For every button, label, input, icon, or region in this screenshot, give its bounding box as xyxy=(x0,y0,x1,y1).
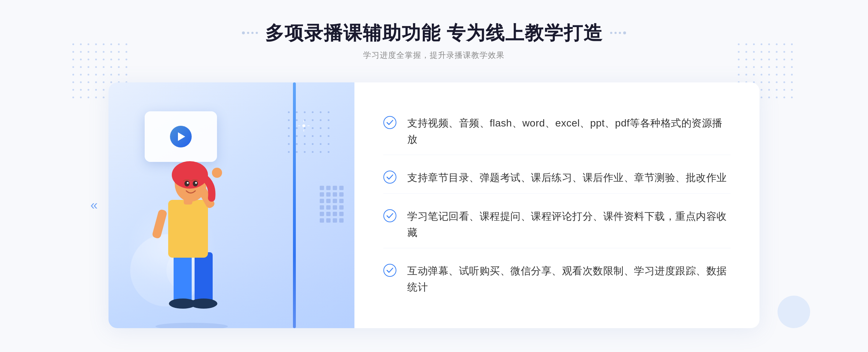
page-container: 多项录播课辅助功能 专为线上教学打造 学习进度全掌握，提升录播课教学效果 « xyxy=(0,0,868,352)
illus-dot-cell xyxy=(296,135,298,137)
dot-cell xyxy=(791,89,793,91)
dot-cell xyxy=(80,51,82,53)
dot-cell xyxy=(118,51,120,53)
blue-circle-decoration xyxy=(778,296,810,328)
feature-text-4: 互动弹幕、试听购买、微信分享、观看次数限制、学习进度跟踪、数据统计 xyxy=(407,263,731,296)
dot-cell xyxy=(95,66,97,68)
svg-point-0 xyxy=(156,323,228,328)
dot-cell xyxy=(768,74,770,76)
dot-cell xyxy=(80,43,82,45)
check-icon-4 xyxy=(383,264,396,277)
check-icon-1 xyxy=(383,116,396,129)
dot-cell xyxy=(791,51,793,53)
dot-cell xyxy=(776,43,778,45)
feature-item-3: 学习笔记回看、课程提问、课程评论打分、课件资料下载，重点内容收藏 xyxy=(383,201,731,249)
dot-cell xyxy=(103,89,105,91)
illus-dot-cell xyxy=(320,151,322,153)
dot-cell xyxy=(776,81,778,83)
dot-cell xyxy=(783,81,785,83)
dot-cell xyxy=(110,59,112,60)
illus-dot-cell xyxy=(328,119,329,121)
dot-cell xyxy=(125,43,127,45)
dot-cell xyxy=(776,59,778,60)
main-title: 多项录播课辅助功能 专为线上教学打造 xyxy=(265,22,603,44)
stripe-row-2 xyxy=(320,192,344,197)
header-decoration: 多项录播课辅助功能 专为线上教学打造 xyxy=(242,22,626,44)
illus-dot-cell xyxy=(312,119,314,121)
illus-dot-cell xyxy=(328,143,329,145)
dot-cell xyxy=(768,59,770,60)
svg-point-4 xyxy=(190,299,217,309)
dot-cell xyxy=(95,81,97,83)
header-dots-left xyxy=(242,31,258,34)
dot-cell xyxy=(80,59,82,60)
illus-dot-cell xyxy=(312,135,314,137)
svg-point-23 xyxy=(384,116,396,129)
illus-dot-cell xyxy=(312,143,314,145)
illus-dot-cell xyxy=(288,111,290,113)
content-card: « xyxy=(109,82,760,328)
header-dot-2 xyxy=(247,32,249,34)
svg-point-25 xyxy=(384,210,396,222)
header-dot-7 xyxy=(619,32,621,34)
illus-dot-cell xyxy=(288,127,290,129)
header-dot-1 xyxy=(242,31,245,34)
dot-cell xyxy=(72,66,74,68)
illus-dot-cell xyxy=(328,127,329,129)
illus-dot-cell xyxy=(320,143,322,145)
illus-dot-cell xyxy=(304,111,306,113)
dot-cell xyxy=(761,43,762,45)
dot-cell xyxy=(72,74,74,76)
person-illustration xyxy=(130,140,275,328)
svg-point-24 xyxy=(384,171,396,183)
dot-cell xyxy=(783,96,785,98)
illus-dot-cell xyxy=(320,135,322,137)
illus-dot-cell xyxy=(312,151,314,153)
stripe-row-4 xyxy=(320,205,344,210)
dot-cell xyxy=(110,43,112,45)
dot-cell xyxy=(72,89,74,91)
check-icon-3 xyxy=(383,209,396,222)
dot-cell xyxy=(738,43,740,45)
dot-cell xyxy=(72,81,74,83)
illus-dot-cell xyxy=(312,111,314,113)
dot-cell xyxy=(103,51,105,53)
dot-cell xyxy=(125,74,127,76)
dot-cell xyxy=(783,59,785,60)
dot-cell xyxy=(776,51,778,53)
dot-cell xyxy=(118,66,120,68)
feature-item-2: 支持章节目录、弹题考试、课后练习、课后作业、章节测验、批改作业 xyxy=(383,163,731,194)
subtitle: 学习进度全掌握，提升录播课教学效果 xyxy=(242,50,626,61)
illustration-area xyxy=(109,82,354,328)
svg-point-16 xyxy=(187,182,189,184)
spark-decoration xyxy=(297,119,311,134)
stripe-row-1 xyxy=(320,186,344,190)
dot-cell xyxy=(88,43,89,45)
dot-cell xyxy=(745,43,747,45)
illus-dot-cell xyxy=(296,111,298,113)
header-dots-right xyxy=(610,31,626,34)
dot-cell xyxy=(761,96,762,98)
dot-cell xyxy=(783,74,785,76)
dot-cell xyxy=(753,66,755,68)
header-dot-8 xyxy=(623,31,626,34)
dot-cell xyxy=(753,43,755,45)
dot-cell xyxy=(125,51,127,53)
dot-cell xyxy=(88,81,89,83)
dot-cell xyxy=(768,96,770,98)
dot-cell xyxy=(776,96,778,98)
dot-cell xyxy=(88,96,89,98)
dot-cell xyxy=(103,66,105,68)
dot-cell xyxy=(95,43,97,45)
dot-cell xyxy=(738,59,740,60)
feature-text-1: 支持视频、音频、flash、word、excel、ppt、pdf等各种格式的资源… xyxy=(407,115,731,148)
dot-cell xyxy=(88,51,89,53)
dot-cell xyxy=(761,59,762,60)
illus-dot-cell xyxy=(328,111,329,113)
illus-dot-cell xyxy=(296,151,298,153)
header-section: 多项录播课辅助功能 专为线上教学打造 学习进度全掌握，提升录播课教学效果 xyxy=(242,22,626,61)
dot-cell xyxy=(783,66,785,68)
dot-cell xyxy=(118,59,120,60)
illus-dot-cell xyxy=(328,135,329,137)
illus-dot-cell xyxy=(312,127,314,129)
